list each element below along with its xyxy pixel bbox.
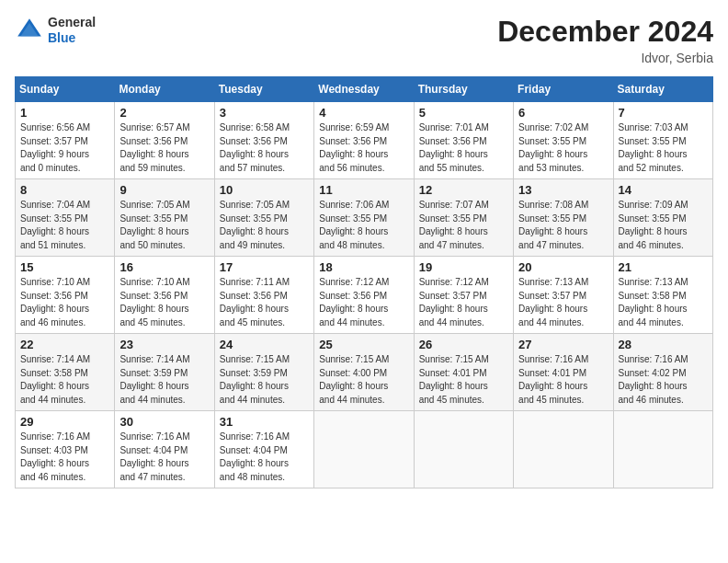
day-number: 19 xyxy=(419,260,508,274)
day-number: 2 xyxy=(119,106,209,120)
day-number: 26 xyxy=(419,338,508,351)
page-header: General Blue December 2024 Idvor, Serbia xyxy=(15,15,713,65)
calendar-week-row: 22Sunrise: 7:14 AMSunset: 3:58 PMDayligh… xyxy=(16,334,713,411)
day-info: Sunrise: 7:05 AMSunset: 3:55 PMDaylight:… xyxy=(220,199,309,252)
calendar-cell: 16Sunrise: 7:10 AMSunset: 3:56 PMDayligh… xyxy=(115,257,214,334)
logo-general: General xyxy=(48,15,96,30)
day-number: 24 xyxy=(220,338,309,351)
day-number: 7 xyxy=(619,106,708,120)
calendar-cell: 14Sunrise: 7:09 AMSunset: 3:55 PMDayligh… xyxy=(613,179,712,257)
day-info: Sunrise: 7:07 AMSunset: 3:55 PMDaylight:… xyxy=(419,199,508,252)
calendar-cell: 10Sunrise: 7:05 AMSunset: 3:55 PMDayligh… xyxy=(214,179,313,257)
day-number: 1 xyxy=(20,106,109,120)
day-info: Sunrise: 7:12 AMSunset: 3:56 PMDaylight:… xyxy=(319,276,408,329)
calendar-cell: 6Sunrise: 7:02 AMSunset: 3:55 PMDaylight… xyxy=(514,102,613,179)
day-info: Sunrise: 7:16 AMSunset: 4:04 PMDaylight:… xyxy=(220,431,309,484)
day-info: Sunrise: 7:01 AMSunset: 3:56 PMDaylight:… xyxy=(419,121,508,175)
day-info: Sunrise: 7:16 AMSunset: 4:04 PMDaylight:… xyxy=(119,431,209,484)
day-number: 16 xyxy=(119,260,209,274)
calendar-cell xyxy=(514,411,613,488)
day-info: Sunrise: 7:03 AMSunset: 3:55 PMDaylight:… xyxy=(619,121,708,175)
title-section: December 2024 Idvor, Serbia xyxy=(497,15,713,65)
calendar-cell: 3Sunrise: 6:58 AMSunset: 3:56 PMDaylight… xyxy=(214,102,313,179)
day-info: Sunrise: 7:13 AMSunset: 3:58 PMDaylight:… xyxy=(619,276,708,329)
day-number: 18 xyxy=(319,260,408,274)
calendar-cell: 8Sunrise: 7:04 AMSunset: 3:55 PMDaylight… xyxy=(16,179,115,257)
main-title: December 2024 xyxy=(497,15,713,49)
day-info: Sunrise: 7:16 AMSunset: 4:01 PMDaylight:… xyxy=(518,353,608,407)
day-info: Sunrise: 6:56 AMSunset: 3:57 PMDaylight:… xyxy=(20,121,109,175)
day-info: Sunrise: 7:14 AMSunset: 3:59 PMDaylight:… xyxy=(119,353,209,407)
calendar-cell: 15Sunrise: 7:10 AMSunset: 3:56 PMDayligh… xyxy=(16,257,115,334)
day-number: 12 xyxy=(419,183,508,197)
calendar-cell: 9Sunrise: 7:05 AMSunset: 3:55 PMDaylight… xyxy=(115,179,214,257)
day-number: 30 xyxy=(119,415,209,429)
day-info: Sunrise: 7:15 AMSunset: 4:01 PMDaylight:… xyxy=(419,353,508,407)
day-number: 13 xyxy=(518,183,608,197)
day-info: Sunrise: 7:11 AMSunset: 3:56 PMDaylight:… xyxy=(220,276,309,329)
day-info: Sunrise: 7:12 AMSunset: 3:57 PMDaylight:… xyxy=(419,276,508,329)
day-number: 21 xyxy=(619,260,708,274)
weekday-header: Saturday xyxy=(613,77,712,102)
calendar-cell: 20Sunrise: 7:13 AMSunset: 3:57 PMDayligh… xyxy=(514,257,613,334)
calendar-cell: 18Sunrise: 7:12 AMSunset: 3:56 PMDayligh… xyxy=(314,257,414,334)
day-number: 29 xyxy=(20,415,109,429)
calendar-cell: 29Sunrise: 7:16 AMSunset: 4:03 PMDayligh… xyxy=(16,411,115,488)
calendar-cell: 13Sunrise: 7:08 AMSunset: 3:55 PMDayligh… xyxy=(514,179,613,257)
day-number: 17 xyxy=(220,260,309,274)
calendar-cell: 30Sunrise: 7:16 AMSunset: 4:04 PMDayligh… xyxy=(115,411,214,488)
day-info: Sunrise: 7:08 AMSunset: 3:55 PMDaylight:… xyxy=(518,199,608,252)
weekday-header: Tuesday xyxy=(214,77,313,102)
calendar-week-row: 8Sunrise: 7:04 AMSunset: 3:55 PMDaylight… xyxy=(16,179,713,257)
day-info: Sunrise: 7:16 AMSunset: 4:03 PMDaylight:… xyxy=(20,431,109,484)
calendar-cell: 1Sunrise: 6:56 AMSunset: 3:57 PMDaylight… xyxy=(16,102,115,179)
day-number: 31 xyxy=(220,415,309,429)
day-info: Sunrise: 7:15 AMSunset: 4:00 PMDaylight:… xyxy=(319,353,408,407)
day-info: Sunrise: 7:10 AMSunset: 3:56 PMDaylight:… xyxy=(20,276,109,329)
day-info: Sunrise: 7:06 AMSunset: 3:55 PMDaylight:… xyxy=(319,199,408,252)
weekday-header: Thursday xyxy=(414,77,513,102)
day-number: 25 xyxy=(319,338,408,351)
logo-blue: Blue xyxy=(48,30,96,46)
day-info: Sunrise: 7:13 AMSunset: 3:57 PMDaylight:… xyxy=(518,276,608,329)
calendar-cell: 23Sunrise: 7:14 AMSunset: 3:59 PMDayligh… xyxy=(115,334,214,411)
calendar-cell: 12Sunrise: 7:07 AMSunset: 3:55 PMDayligh… xyxy=(414,179,513,257)
calendar-cell: 28Sunrise: 7:16 AMSunset: 4:02 PMDayligh… xyxy=(613,334,712,411)
calendar-week-row: 15Sunrise: 7:10 AMSunset: 3:56 PMDayligh… xyxy=(16,257,713,334)
calendar-cell: 4Sunrise: 6:59 AMSunset: 3:56 PMDaylight… xyxy=(314,102,414,179)
day-info: Sunrise: 7:14 AMSunset: 3:58 PMDaylight:… xyxy=(20,353,109,407)
calendar-cell xyxy=(314,411,414,488)
day-info: Sunrise: 6:59 AMSunset: 3:56 PMDaylight:… xyxy=(319,121,408,175)
day-info: Sunrise: 7:10 AMSunset: 3:56 PMDaylight:… xyxy=(119,276,209,329)
logo-text: General Blue xyxy=(48,15,96,46)
subtitle: Idvor, Serbia xyxy=(497,51,713,65)
day-number: 8 xyxy=(20,183,109,197)
calendar-week-row: 29Sunrise: 7:16 AMSunset: 4:03 PMDayligh… xyxy=(16,411,713,488)
calendar-cell xyxy=(613,411,712,488)
logo: General Blue xyxy=(15,15,96,46)
day-number: 11 xyxy=(319,183,408,197)
calendar-cell: 25Sunrise: 7:15 AMSunset: 4:00 PMDayligh… xyxy=(314,334,414,411)
weekday-header: Sunday xyxy=(16,77,115,102)
day-info: Sunrise: 7:15 AMSunset: 3:59 PMDaylight:… xyxy=(220,353,309,407)
calendar-cell: 11Sunrise: 7:06 AMSunset: 3:55 PMDayligh… xyxy=(314,179,414,257)
day-number: 5 xyxy=(419,106,508,120)
day-info: Sunrise: 7:04 AMSunset: 3:55 PMDaylight:… xyxy=(20,199,109,252)
weekday-header: Monday xyxy=(115,77,214,102)
calendar-cell: 26Sunrise: 7:15 AMSunset: 4:01 PMDayligh… xyxy=(414,334,513,411)
day-number: 15 xyxy=(20,260,109,274)
day-number: 20 xyxy=(518,260,608,274)
weekday-header: Wednesday xyxy=(314,77,414,102)
day-number: 9 xyxy=(119,183,209,197)
day-number: 10 xyxy=(220,183,309,197)
day-info: Sunrise: 7:05 AMSunset: 3:55 PMDaylight:… xyxy=(119,199,209,252)
day-info: Sunrise: 6:58 AMSunset: 3:56 PMDaylight:… xyxy=(220,121,309,175)
calendar-cell: 31Sunrise: 7:16 AMSunset: 4:04 PMDayligh… xyxy=(214,411,313,488)
calendar-table: SundayMondayTuesdayWednesdayThursdayFrid… xyxy=(15,76,713,488)
weekday-header: Friday xyxy=(514,77,613,102)
logo-icon xyxy=(15,16,44,45)
day-number: 23 xyxy=(119,338,209,351)
day-number: 27 xyxy=(518,338,608,351)
day-info: Sunrise: 6:57 AMSunset: 3:56 PMDaylight:… xyxy=(119,121,209,175)
calendar-cell: 2Sunrise: 6:57 AMSunset: 3:56 PMDaylight… xyxy=(115,102,214,179)
